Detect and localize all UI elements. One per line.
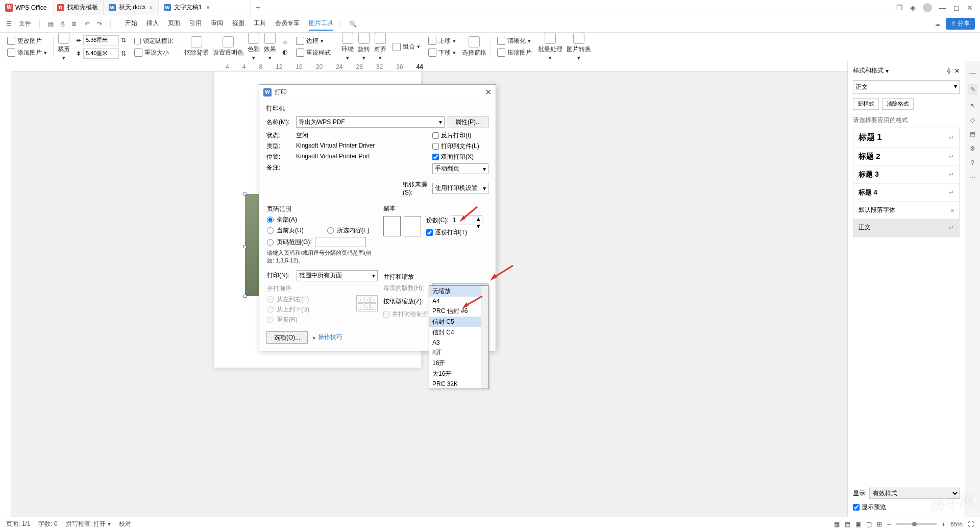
step-up-icon[interactable]: ▲ <box>475 215 482 223</box>
wrap-button[interactable]: 环绕▾ <box>341 33 354 61</box>
color-button[interactable]: 色彩▾ <box>248 33 260 61</box>
selection-pane-button[interactable]: 选择窗格 <box>462 36 486 57</box>
fullscreen-icon[interactable]: ⛶ <box>968 521 974 528</box>
layers-icon[interactable]: ▤ <box>970 131 975 138</box>
change-picture-button[interactable]: 更改图片 <box>5 36 49 46</box>
style-heading4[interactable]: 标题 4↵ <box>853 184 959 202</box>
range-all-radio[interactable]: 全部(A) <box>267 215 378 224</box>
zoom-in-icon[interactable]: + <box>942 521 945 528</box>
proofing-status[interactable]: 校对 <box>119 520 131 528</box>
hamburger-icon[interactable]: ☰ <box>5 20 13 28</box>
contrast-button[interactable]: ◐ <box>280 47 290 57</box>
add-picture-button[interactable]: 添加图片 ▾ <box>5 47 49 58</box>
stepper-icon[interactable]: ⇅ <box>121 37 126 44</box>
tab-doc2[interactable]: W 文字文稿1 <box>159 0 251 15</box>
close-icon[interactable]: × <box>149 4 153 12</box>
printer-name-select[interactable]: 导出为WPS PDF▾ <box>296 116 445 128</box>
clear-format-button[interactable]: 清除格式 <box>882 98 914 110</box>
compress-button[interactable]: 压缩图片 <box>495 47 534 58</box>
pin-icon[interactable]: ⟠ <box>947 67 950 75</box>
range-pages-radio[interactable]: 页码范围(G): <box>267 237 378 247</box>
dd-item-c4[interactable]: 信封 C4 <box>429 327 488 338</box>
width-input[interactable] <box>83 35 119 45</box>
zoom-slider[interactable] <box>896 523 937 525</box>
range-selection-radio[interactable]: 所选内容(E) <box>327 226 370 235</box>
movedown-button[interactable]: 下移▾ <box>426 47 458 58</box>
reverse-print-checkbox[interactable]: 反片打印(I) <box>432 131 488 140</box>
collate-checkbox[interactable]: 逐份打印(T) <box>426 228 482 237</box>
tab-doc1[interactable]: W 秋天.docx × <box>104 0 159 15</box>
cloud-icon[interactable]: ☁ <box>935 20 941 28</box>
rotate-button[interactable]: 旋转▾ <box>358 33 370 61</box>
avatar-icon[interactable] <box>923 3 932 12</box>
copies-input[interactable] <box>451 215 475 225</box>
tab-pictools[interactable]: 图片工具 <box>309 17 333 31</box>
print-icon[interactable]: ⎙ <box>60 20 65 28</box>
minimize-icon[interactable]: — <box>939 4 946 12</box>
flip-select[interactable]: 手动翻页▾ <box>432 163 488 174</box>
effect-button[interactable]: 效果▾ <box>264 33 276 61</box>
dropdown-scrollbar[interactable] <box>481 286 488 389</box>
dd-item-prc6[interactable]: PRC 信封 #6 <box>429 306 488 317</box>
dd-item-c5[interactable]: 信封 C5 <box>429 317 488 327</box>
dd-item-a3[interactable]: A3 <box>429 338 488 347</box>
tab-member[interactable]: 会员专享 <box>275 17 300 31</box>
combine-button[interactable]: 组合▾ <box>390 41 422 52</box>
new-style-button[interactable]: 新样式 <box>853 98 879 110</box>
dd-item-a4[interactable]: A4 <box>429 297 488 306</box>
spellcheck-status[interactable]: 拼写检查: 打开 ▾ <box>66 520 111 528</box>
dialog-close-button[interactable]: ✕ <box>485 87 492 97</box>
reset-size-button[interactable]: 重设大小 <box>132 47 176 58</box>
crop-button[interactable]: 裁剪▾ <box>58 33 70 61</box>
dd-item-none[interactable]: 无缩放 <box>429 286 488 297</box>
style-heading1[interactable]: 标题 1↵ <box>853 128 959 148</box>
shape-icon[interactable]: ◇ <box>970 116 975 124</box>
file-menu[interactable]: 文件 <box>18 19 32 28</box>
batch-button[interactable]: 批量处理▾ <box>538 33 562 61</box>
view-mode-icon[interactable]: ▤ <box>845 521 850 528</box>
zoom-value[interactable]: 65% <box>950 521 963 528</box>
tab-ref[interactable]: 引用 <box>189 17 202 31</box>
close-window-icon[interactable]: ✕ <box>967 4 973 12</box>
tab-template[interactable]: D 找稻壳模板 <box>52 0 104 15</box>
height-input[interactable] <box>83 49 119 59</box>
scale-dropdown[interactable]: 无缩放 A4 PRC 信封 #6 信封 C5 信封 C4 A3 8开 16开 大… <box>429 285 489 389</box>
style-default-font[interactable]: 默认段落字体a <box>853 202 959 219</box>
style-heading3[interactable]: 标题 3↵ <box>853 166 959 184</box>
convert-button[interactable]: 图片转换▾ <box>567 33 591 61</box>
tab-start[interactable]: 开始 <box>125 17 137 31</box>
tab-view[interactable]: 视图 <box>232 17 244 31</box>
edit-icon[interactable]: ✎ <box>968 84 977 95</box>
help-icon[interactable]: ? <box>971 159 974 166</box>
copies-spinner[interactable]: ▲▼ <box>451 215 482 225</box>
undo-icon[interactable]: ↶ <box>84 20 91 28</box>
tab-insert[interactable]: 插入 <box>146 17 159 31</box>
border-button[interactable]: 边框▾ <box>294 36 333 46</box>
dd-item-big16k[interactable]: 大16开 <box>429 369 488 379</box>
view-mode-icon[interactable]: ◫ <box>866 521 872 528</box>
new-tab-button[interactable]: + <box>251 0 266 15</box>
zoom-out-icon[interactable]: − <box>887 521 891 528</box>
panel-close-icon[interactable]: ✕ <box>954 67 960 75</box>
brightness-button[interactable]: ☼ <box>280 37 290 46</box>
tab-tools[interactable]: 工具 <box>254 17 266 31</box>
print-to-file-checkbox[interactable]: 打印到文件(L) <box>432 142 488 151</box>
style-heading2[interactable]: 标题 2↵ <box>853 148 959 166</box>
paper-source-select[interactable]: 使用打印机设置▾ <box>432 183 488 194</box>
duplex-checkbox[interactable]: 双面打印(X) <box>432 153 488 161</box>
tab-review[interactable]: 审阅 <box>211 17 223 31</box>
stepper-icon[interactable]: ⇅ <box>121 50 126 57</box>
search-icon[interactable]: 🔍 <box>348 20 358 28</box>
dd-item-prc32k[interactable]: PRC 32K <box>429 379 488 389</box>
tab-page[interactable]: 页面 <box>168 17 180 31</box>
align-button[interactable]: 对齐▾ <box>374 33 386 61</box>
dd-item-16k[interactable]: 16开 <box>429 358 488 369</box>
print-what-select[interactable]: 范围中所有页面▾ <box>297 270 378 281</box>
remove-bg-button[interactable]: 抠除背景 <box>184 36 209 57</box>
page-indicator[interactable]: 页面: 1/1 <box>6 520 30 528</box>
collapse-icon[interactable]: — <box>970 69 976 77</box>
howto-link[interactable]: ▸操作技巧 <box>313 333 342 342</box>
range-current-radio[interactable]: 当前页(U) <box>267 226 304 235</box>
cube-icon[interactable]: ◈ <box>910 4 916 12</box>
redo-icon[interactable]: ↷ <box>96 20 103 28</box>
